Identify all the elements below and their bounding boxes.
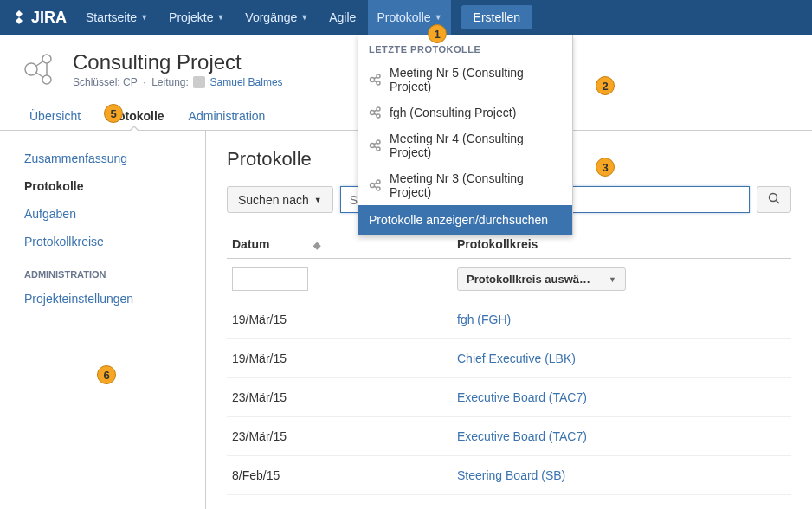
dropdown-item[interactable]: Meeting Nr 4 (Consulting Project) bbox=[358, 126, 572, 165]
cell-kreis-link[interactable]: Chief Executive (LBK) bbox=[457, 351, 576, 365]
protocol-icon bbox=[369, 178, 383, 192]
cell-kreis-link[interactable]: Executive Board (TAC7) bbox=[457, 390, 587, 404]
protocol-icon bbox=[369, 106, 383, 119]
user-icon bbox=[193, 76, 205, 88]
callout-6: 6 bbox=[97, 365, 116, 384]
sidebar-item-aufgaben[interactable]: Aufgaben bbox=[0, 200, 205, 228]
sort-icon: ◆ bbox=[313, 240, 320, 250]
dropdown-item-label: Meeting Nr 4 (Consulting Project) bbox=[390, 132, 562, 159]
callout-1: 1 bbox=[428, 24, 447, 43]
svg-point-3 bbox=[377, 74, 380, 78]
nav-vorgaenge[interactable]: Vorgänge▼ bbox=[236, 0, 317, 35]
filter-datum-input[interactable] bbox=[232, 267, 308, 291]
chevron-down-icon: ▼ bbox=[140, 13, 148, 22]
svg-point-24 bbox=[42, 55, 51, 63]
cell-date: 23/Mär/15 bbox=[227, 417, 452, 456]
dropdown-item-label: Meeting Nr 5 (Consulting Project) bbox=[390, 66, 562, 93]
dropdown-item-label: Meeting Nr 3 (Consulting Project) bbox=[390, 171, 562, 199]
callout-2: 2 bbox=[596, 76, 615, 95]
cell-date: 8/Feb/15 bbox=[227, 456, 452, 495]
table-row: 23/Mär/15Executive Board (TAC7) bbox=[227, 378, 791, 417]
protokolle-table: Datum◆ Protokollkreis Protokollkreis aus… bbox=[227, 230, 791, 495]
cell-kreis-link[interactable]: fgh (FGH) bbox=[457, 312, 511, 326]
cell-kreis-link[interactable]: Steering Board (SB) bbox=[457, 468, 565, 482]
cell-date: 23/Mär/15 bbox=[227, 378, 452, 417]
callout-3: 3 bbox=[596, 158, 615, 177]
project-icon bbox=[17, 48, 59, 90]
search-icon bbox=[768, 192, 780, 204]
chevron-down-icon: ▼ bbox=[216, 13, 224, 22]
sidebar-item-projekteinstellungen[interactable]: Projekteinstellungen bbox=[0, 285, 205, 312]
dropdown-item[interactable]: fgh (Consulting Project) bbox=[358, 100, 572, 126]
chevron-down-icon: ▼ bbox=[609, 275, 616, 284]
project-title: Consulting Project bbox=[73, 50, 283, 74]
nav-projekte[interactable]: Projekte▼ bbox=[160, 0, 233, 35]
table-row: 19/Mär/15Chief Executive (LBK) bbox=[227, 339, 791, 378]
table-row: 8/Feb/15Steering Board (SB) bbox=[227, 456, 791, 495]
callout-5: 5 bbox=[104, 104, 123, 123]
protocol-icon bbox=[369, 139, 383, 152]
svg-point-4 bbox=[377, 81, 380, 85]
svg-point-9 bbox=[377, 114, 380, 118]
sidebar-item-protokollkreise[interactable]: Protokollkreise bbox=[0, 228, 205, 255]
svg-point-17 bbox=[371, 184, 375, 188]
project-lead-link[interactable]: Samuel Balmes bbox=[210, 76, 283, 88]
dropdown-show-all[interactable]: Protokolle anzeigen/durchsuchen bbox=[358, 205, 572, 235]
create-button[interactable]: Erstellen bbox=[461, 5, 532, 29]
tab-uebersicht[interactable]: Übersicht bbox=[17, 102, 93, 130]
dropdown-item[interactable]: Meeting Nr 5 (Consulting Project) bbox=[358, 60, 572, 100]
chevron-down-icon: ▼ bbox=[300, 13, 308, 22]
protokolle-dropdown: LETZTE PROTOKOLLE Meeting Nr 5 (Consulti… bbox=[358, 35, 573, 235]
jira-logo[interactable]: JIRA bbox=[10, 9, 67, 27]
sidebar-item-zusammenfassung[interactable]: Zusammenfassung bbox=[0, 145, 205, 172]
search-by-dropdown[interactable]: Suchen nach▼ bbox=[227, 186, 333, 213]
table-row: 23/Mär/15Executive Board (TAC7) bbox=[227, 417, 791, 456]
svg-line-27 bbox=[777, 201, 780, 204]
top-nav: JIRA Startseite▼ Projekte▼ Vorgänge▼ Agi… bbox=[0, 0, 812, 35]
cell-date: 19/Mär/15 bbox=[227, 339, 452, 378]
svg-point-2 bbox=[371, 78, 375, 82]
svg-point-18 bbox=[377, 180, 380, 184]
chevron-down-icon: ▼ bbox=[314, 196, 322, 204]
sidebar-item-protokolle[interactable]: Protokolle bbox=[0, 172, 205, 200]
svg-point-25 bbox=[42, 75, 51, 84]
cell-kreis-link[interactable]: Executive Board (TAC7) bbox=[457, 429, 587, 443]
filter-protokollkreis-select[interactable]: Protokollkreis auswä…▼ bbox=[457, 267, 626, 291]
svg-point-19 bbox=[377, 187, 380, 190]
sidebar-admin-header: ADMINISTRATION bbox=[0, 255, 205, 285]
nav-startseite[interactable]: Startseite▼ bbox=[77, 0, 157, 35]
dropdown-header: LETZTE PROTOKOLLE bbox=[358, 35, 572, 60]
svg-point-8 bbox=[377, 107, 380, 111]
tab-administration[interactable]: Administration bbox=[177, 102, 278, 130]
jira-logo-icon bbox=[10, 9, 28, 26]
svg-point-12 bbox=[371, 144, 375, 148]
cell-date: 19/Mär/15 bbox=[227, 300, 452, 339]
chevron-down-icon: ▼ bbox=[435, 13, 442, 22]
logo-text: JIRA bbox=[31, 9, 67, 27]
dropdown-item-label: fgh (Consulting Project) bbox=[390, 106, 516, 119]
protocol-icon bbox=[369, 73, 383, 87]
svg-point-13 bbox=[377, 140, 380, 144]
svg-point-23 bbox=[25, 63, 37, 75]
search-button[interactable] bbox=[757, 186, 791, 213]
svg-point-14 bbox=[377, 147, 380, 151]
table-row: 19/Mär/15fgh (FGH) bbox=[227, 300, 791, 339]
dropdown-item[interactable]: Meeting Nr 3 (Consulting Project) bbox=[358, 165, 572, 205]
sidebar: Zusammenfassung Protokolle Aufgaben Prot… bbox=[0, 131, 206, 509]
svg-point-26 bbox=[770, 194, 777, 202]
nav-agile[interactable]: Agile bbox=[320, 0, 364, 35]
svg-point-7 bbox=[371, 111, 375, 115]
project-meta: Schlüssel: CP · Leitung: Samuel Balmes bbox=[73, 76, 283, 88]
